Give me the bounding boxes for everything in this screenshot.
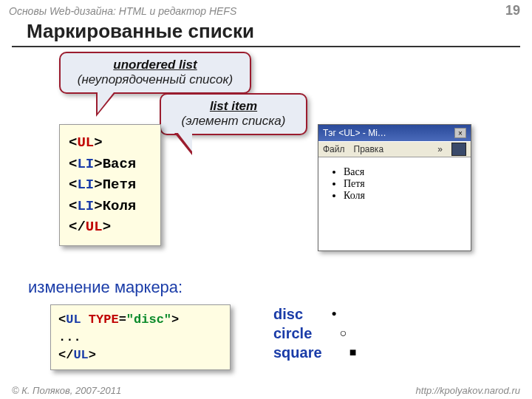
page-number: 19 — [505, 3, 520, 18]
marker-square-label: square — [273, 343, 322, 362]
code-example-ul: <UL> <LI>Вася <LI>Петя <LI>Коля </UL> — [59, 124, 161, 246]
disc-icon: ● — [327, 308, 341, 320]
callout-unordered-list: unordered list (неупорядоченный список) — [59, 52, 251, 94]
list-item: Вася — [344, 166, 466, 178]
callout-tail — [98, 92, 114, 113]
breadcrumb: Основы Web-дизайна: HTML и редактор HEFS — [9, 5, 236, 17]
menu-file[interactable]: Файл — [323, 144, 345, 154]
page-title: Маркированные списки — [27, 20, 532, 43]
attr-type: TYPE — [89, 313, 119, 327]
code-example-type: <UL TYPE="disc"> ... </UL> — [50, 304, 231, 370]
callout-li-en: list item — [173, 99, 294, 114]
app-icon — [451, 143, 466, 156]
callout-tail — [177, 132, 192, 151]
marker-circle-label: circle — [273, 324, 312, 343]
attr-value: "disc" — [126, 313, 171, 327]
marker-disc-label: disc — [273, 304, 303, 324]
list-item: Петя — [344, 178, 466, 190]
square-icon: ■ — [346, 345, 361, 361]
callout-ul-en: unordered list — [72, 58, 238, 72]
list-item: Коля — [344, 190, 466, 202]
footer-url: http://kpolyakov.narod.ru — [416, 385, 520, 396]
browser-titlebar: Тэг <UL> - Mi… × — [318, 125, 471, 141]
callout-ul-ru: (неупорядоченный список) — [72, 72, 238, 87]
browser-title-text: Тэг <UL> - Mi… — [323, 128, 386, 138]
browser-body: Вася Петя Коля — [318, 157, 471, 206]
subheading-marker-change: изменение маркера: — [28, 278, 183, 297]
footer-copyright: © К. Поляков, 2007-2011 — [12, 385, 121, 396]
callout-li-ru: (элемент списка) — [173, 114, 294, 129]
code-name-2: Петя — [103, 177, 137, 193]
code-name-3: Коля — [103, 198, 137, 214]
menu-edit[interactable]: Правка — [354, 144, 384, 154]
browser-preview: Тэг <UL> - Mi… × Файл Правка » Вася Петя… — [318, 124, 471, 251]
code-name-1: Вася — [103, 156, 137, 172]
marker-legend: disc● circle○ square■ — [273, 304, 361, 362]
chevron-icon[interactable]: » — [437, 144, 443, 154]
circle-icon: ○ — [335, 326, 350, 341]
callout-list-item: list item (элемент списка) — [160, 93, 307, 135]
close-icon[interactable]: × — [454, 128, 466, 138]
browser-menubar: Файл Правка » — [318, 141, 471, 157]
divider — [12, 46, 520, 47]
code-dots: ... — [58, 329, 222, 347]
